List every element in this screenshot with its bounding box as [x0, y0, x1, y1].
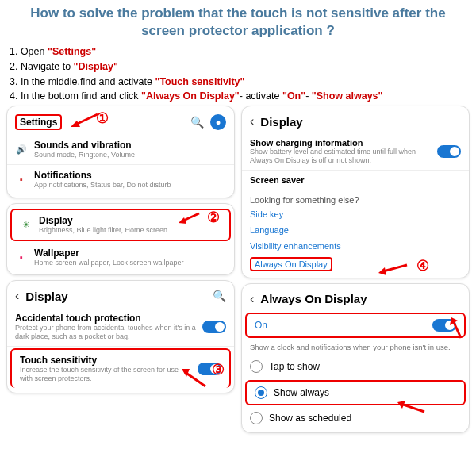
annotation-3: ③ — [212, 361, 225, 378]
display-title: Display — [260, 115, 461, 129]
search-icon[interactable]: 🔍 — [213, 290, 226, 302]
visibility-link[interactable]: Visibility enhancements — [242, 238, 469, 254]
back-icon[interactable]: ‹ — [250, 292, 254, 306]
arrow-on — [447, 316, 464, 340]
accidental-toggle[interactable] — [202, 321, 226, 333]
screen-saver-row[interactable]: Screen saver — [242, 171, 469, 190]
annotation-1: ① — [96, 109, 109, 127]
display-detail-card: ③ ‹ Display 🔍 Accidental touch protectio… — [6, 280, 235, 393]
aod-desc: Show a clock and notifications when your… — [242, 340, 469, 355]
display-title: Display — [25, 290, 206, 303]
annotation-2: ② — [207, 209, 220, 226]
language-link[interactable]: Language — [242, 222, 469, 238]
aod-link[interactable]: Always On Display — [242, 254, 469, 274]
back-icon[interactable]: ‹ — [15, 289, 19, 303]
annotation-4: ④ — [416, 257, 429, 274]
aod-on-row[interactable]: On — [245, 313, 466, 338]
looking-label: Looking for something else? — [242, 190, 469, 206]
show-scheduled-row[interactable]: Show as scheduled — [242, 407, 469, 429]
aod-title: Always On Display — [260, 292, 461, 305]
display-icon: ☀ — [20, 218, 33, 231]
aod-card: ‹ Always On Display On Show a clock and … — [241, 283, 470, 433]
radio-icon — [250, 360, 263, 373]
notification-icon: ▪ — [15, 173, 28, 186]
avatar[interactable]: ● — [210, 114, 226, 130]
sound-icon: 🔊 — [15, 144, 28, 156]
settings-card: ① Settings 🔍 ● 🔊 Sounds and vibrationSou… — [6, 106, 235, 198]
wallpaper-row[interactable]: ▪ WallpaperHome screen wallpaper, Lock s… — [7, 243, 234, 272]
settings-title: Settings — [15, 114, 62, 130]
back-icon[interactable]: ‹ — [250, 114, 254, 129]
tap-to-show-row[interactable]: Tap to show — [242, 355, 469, 378]
arrow-always — [394, 399, 426, 413]
side-key-link[interactable]: Side key — [242, 206, 469, 222]
search-icon[interactable]: 🔍 — [190, 116, 204, 129]
radio-icon — [250, 412, 263, 424]
display-card: ② ☀ DisplayBrightness, Blue light filter… — [6, 203, 235, 276]
notifications-row[interactable]: ▪ NotificationsApp notifications, Status… — [7, 165, 234, 194]
wallpaper-icon: ▪ — [15, 251, 28, 263]
show-always-row[interactable]: Show always — [245, 380, 466, 405]
arrow-4 — [377, 262, 409, 276]
sounds-row[interactable]: 🔊 Sounds and vibrationSound mode, Ringto… — [7, 135, 234, 165]
radio-icon — [255, 386, 267, 399]
arrow-1 — [69, 113, 99, 130]
arrow-3 — [178, 366, 207, 388]
accidental-touch-row[interactable]: Accidental touch protectionProtect your … — [7, 308, 234, 347]
display-links-card: ④ ‹ Display Show charging informationSho… — [241, 106, 470, 278]
charging-toggle[interactable] — [437, 145, 461, 158]
arrow-2 — [177, 212, 201, 226]
charging-info-row[interactable]: Show charging informationShow battery le… — [242, 133, 469, 171]
page-title: How to solve the problem that the touch … — [0, 0, 476, 43]
instructions-list: 1. Open "Settings" 2. Navigate to "Displ… — [0, 43, 476, 106]
